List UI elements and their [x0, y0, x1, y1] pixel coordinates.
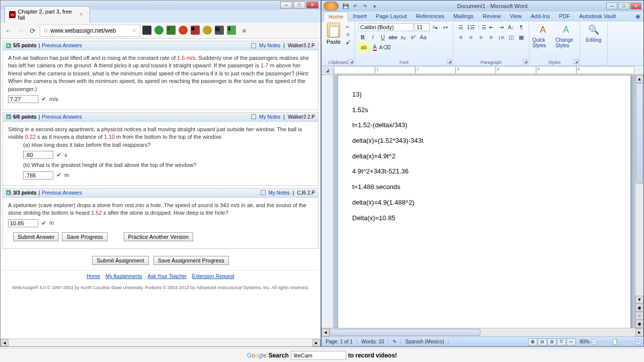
grow-font-icon[interactable]: A▴ — [431, 23, 440, 32]
expand-icon[interactable]: ▸ — [6, 43, 11, 48]
scroll-right-icon[interactable]: ► — [312, 339, 320, 346]
url-input[interactable] — [50, 27, 130, 34]
save-icon[interactable]: 💾 — [342, 2, 350, 10]
close-button[interactable]: ✕ — [306, 2, 318, 9]
scroll-left-icon[interactable]: ◄ — [321, 328, 330, 336]
ext-icon[interactable]: ⬇ — [227, 26, 236, 35]
paste-button[interactable]: Paste — [325, 23, 343, 64]
page-scroll[interactable]: 13) 1.52s t=1.52-(deltax/343) delta(x)=(… — [334, 75, 635, 328]
scroll-right-icon[interactable]: ► — [635, 328, 643, 336]
ext-icon[interactable] — [203, 26, 212, 35]
shading-icon[interactable]: ◫ — [507, 33, 516, 42]
prev-page-icon[interactable]: ◉ — [635, 304, 643, 312]
undo-icon[interactable]: ↶ — [351, 2, 359, 10]
save-progress-button[interactable]: Save Progress — [62, 232, 107, 241]
borders-icon[interactable]: ▦ — [517, 33, 526, 42]
change-styles-button[interactable]: A Change Styles — [555, 23, 577, 64]
ext-icon[interactable]: ✱ — [191, 26, 200, 35]
answer-input[interactable] — [8, 219, 38, 227]
bullets-icon[interactable]: ☰ — [456, 23, 465, 32]
ext-icon[interactable]: ▦ — [215, 26, 224, 35]
maximize-button[interactable]: □ — [293, 2, 305, 9]
my-notes-link[interactable]: My Notes — [259, 43, 280, 48]
quick-styles-button[interactable]: A Quick Styles — [532, 23, 553, 64]
font-size-select[interactable] — [415, 23, 430, 31]
zoom-out-icon[interactable]: − — [591, 339, 597, 345]
numbering-icon[interactable]: 1☰ — [466, 23, 475, 32]
ext-icon[interactable] — [142, 26, 151, 35]
minimize-button[interactable]: ─ — [606, 3, 617, 10]
tab-view[interactable]: View — [505, 12, 526, 22]
scroll-down-icon[interactable]: ▼ — [635, 296, 643, 304]
submit-answer-button[interactable]: Submit Answer — [13, 232, 59, 241]
align-center-icon[interactable]: ≡ — [466, 33, 475, 42]
tab-insert[interactable]: Insert — [348, 12, 371, 22]
italic-icon[interactable]: I — [368, 33, 377, 42]
subscript-icon[interactable]: x₂ — [398, 33, 408, 42]
dialog-launcher-icon[interactable]: ◢ — [349, 59, 354, 64]
checkbox-icon[interactable] — [251, 43, 256, 48]
clear-format-icon[interactable]: A⌫ — [380, 43, 389, 52]
align-right-icon[interactable]: ≡ — [476, 33, 486, 42]
tab-autodesk[interactable]: Autodesk Vault — [575, 12, 620, 22]
my-notes-link[interactable]: My Notes — [259, 114, 280, 120]
my-notes-link[interactable]: My Notes — [269, 190, 290, 196]
answer-input[interactable] — [23, 171, 53, 179]
vertical-scrollbar[interactable]: ▲ ▼ ◉ ○ ◉ — [635, 75, 643, 328]
zoom-thumb[interactable] — [613, 339, 617, 345]
format-painter-icon[interactable]: 🖌 — [344, 39, 352, 46]
ext-icon[interactable] — [179, 26, 188, 35]
outline-icon[interactable]: ☰ — [557, 338, 566, 345]
indent-left-icon[interactable]: ⇤ — [487, 23, 496, 32]
browser-tab[interactable]: W Chapter 2, part 3, free fall × — [5, 6, 90, 23]
zoom-in-icon[interactable]: + — [635, 339, 641, 345]
draft-icon[interactable]: ▭ — [567, 338, 576, 345]
star-icon[interactable]: ☆ — [132, 27, 137, 34]
indent-right-icon[interactable]: ⇥ — [497, 23, 506, 32]
reload-icon[interactable]: ⟳ — [28, 26, 38, 36]
justify-icon[interactable]: ≡ — [487, 33, 496, 42]
tab-pdf[interactable]: PDF — [554, 12, 575, 22]
document-page[interactable]: 13) 1.52s t=1.52-(deltax/343) delta(x)=(… — [338, 75, 631, 328]
full-screen-icon[interactable]: ▤ — [538, 338, 547, 345]
vertical-ruler[interactable] — [321, 75, 334, 328]
web-layout-icon[interactable]: ▥ — [547, 338, 556, 345]
url-bar[interactable]: 🗋 ☆ — [40, 25, 140, 37]
forward-icon[interactable]: → — [16, 26, 26, 36]
search-input[interactable] — [291, 351, 346, 360]
word-count[interactable]: Words: 10 — [357, 339, 388, 344]
font-name-select[interactable] — [358, 23, 414, 31]
editing-button[interactable]: 🔍 Editing — [583, 23, 604, 43]
ext-icon[interactable] — [154, 26, 164, 35]
browse-object-icon[interactable]: ○ — [635, 312, 643, 320]
sort-icon[interactable]: A↓ — [507, 23, 516, 32]
previous-answers-link[interactable]: Previous Answers — [42, 190, 82, 196]
page-status[interactable]: Page: 1 of 1 — [321, 339, 357, 344]
align-left-icon[interactable]: ≡ — [456, 33, 465, 42]
checkbox-icon[interactable] — [261, 190, 266, 195]
tab-close-icon[interactable]: × — [80, 12, 86, 18]
highlight-icon[interactable]: ab — [358, 43, 369, 52]
underline-icon[interactable]: U — [378, 33, 387, 42]
strike-icon[interactable]: abc — [388, 33, 397, 42]
help-icon[interactable]: ◉ — [632, 12, 643, 22]
tab-references[interactable]: References — [412, 12, 449, 22]
dialog-launcher-icon[interactable]: ◢ — [523, 59, 528, 64]
answer-input[interactable] — [8, 95, 38, 103]
expand-icon[interactable]: ▸ — [6, 114, 11, 119]
horizontal-scrollbar[interactable]: ◄ ► — [321, 328, 643, 336]
line-spacing-icon[interactable]: ↕≡ — [497, 33, 506, 42]
menu-icon[interactable]: ≡ — [239, 26, 249, 36]
footer-link[interactable]: Ask Your Teacher — [147, 274, 187, 279]
expand-icon[interactable]: ▸ — [6, 190, 11, 195]
proofing-icon[interactable]: ✎ — [388, 339, 401, 344]
print-layout-icon[interactable]: ▦ — [528, 338, 537, 345]
bold-icon[interactable]: B — [358, 33, 367, 42]
previous-answers-link[interactable]: Previous Answers — [42, 43, 82, 48]
tab-home[interactable]: Home — [324, 12, 348, 22]
tab-mailings[interactable]: Mailings — [449, 12, 478, 22]
dialog-launcher-icon[interactable]: ◢ — [447, 59, 452, 64]
minimize-button[interactable]: ─ — [280, 2, 292, 9]
ruler-corner[interactable]: ◢ — [321, 66, 334, 74]
ext-icon[interactable]: ✓ — [167, 26, 176, 35]
